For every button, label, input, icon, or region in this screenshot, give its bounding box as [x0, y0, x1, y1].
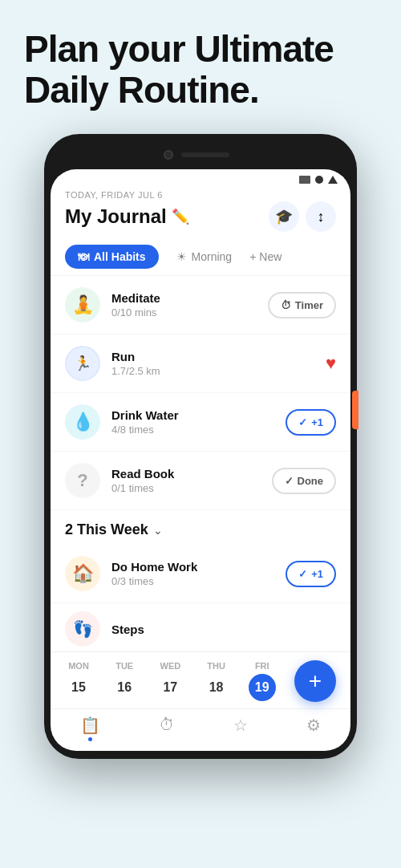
water-icon: 💧: [65, 404, 100, 440]
all-habits-icon: 🍽: [78, 250, 89, 263]
graduation-icon-btn[interactable]: 🎓: [269, 201, 299, 232]
side-accent: [352, 391, 358, 429]
check-icon: ✓: [298, 568, 307, 580]
timer-nav-icon: ⏱: [159, 716, 175, 734]
homework-info: Do Home Work 0/3 times: [111, 560, 274, 587]
water-action[interactable]: ✓ +1: [286, 409, 336, 436]
nav-home[interactable]: 📋: [80, 716, 100, 741]
cal-day-wed[interactable]: WED 17: [156, 661, 184, 701]
check-icon: ✓: [298, 416, 307, 428]
calendar-days: MON 15 TUE 16 WED 17 THU 18: [65, 660, 336, 702]
status-bar: [51, 169, 350, 187]
book-info: Read Book 0/1 times: [111, 467, 261, 494]
homework-icon: 🏠: [65, 556, 100, 591]
meditate-info: Meditate 0/10 mins: [111, 291, 257, 318]
heart-icon: ♥: [326, 353, 336, 373]
nav-star[interactable]: ☆: [233, 716, 248, 741]
tab-all-habits[interactable]: 🍽 All Habits: [65, 245, 159, 269]
settings-nav-icon: ⚙: [306, 716, 321, 735]
hero-section: Plan your Ultimate Daily Routine.: [0, 0, 401, 126]
home-nav-icon: 📋: [80, 716, 100, 735]
timer-button[interactable]: ⏱ Timer: [268, 292, 336, 318]
timer-icon: ⏱: [281, 299, 291, 311]
meditate-icon: 🧘: [65, 287, 100, 322]
active-dot: [88, 737, 92, 741]
homework-action[interactable]: ✓ +1: [286, 561, 336, 587]
battery-icon: [299, 176, 310, 184]
phone-outer: TODAY, FRIDAY JUL 6 My Journal ✏️ 🎓 ↕ 🍽: [44, 134, 357, 759]
steps-icon: 👣: [65, 611, 100, 647]
cal-day-mon[interactable]: MON 15: [65, 661, 92, 701]
plus-icon: +: [249, 250, 256, 263]
speaker-bar: [181, 152, 229, 157]
bottom-calendar: MON 15 TUE 16 WED 17 THU 18: [51, 651, 350, 708]
sort-icon-btn[interactable]: ↕: [306, 201, 336, 232]
chevron-down-icon: ⌄: [153, 524, 163, 537]
section-header[interactable]: 2 This Week ⌄: [51, 510, 350, 545]
check-icon: ✓: [285, 475, 294, 487]
habit-list: 🧘 Meditate 0/10 mins ⏱ Timer 🏃: [51, 276, 350, 510]
nav-settings[interactable]: ⚙: [306, 716, 321, 741]
meditate-action[interactable]: ⏱ Timer: [268, 292, 336, 318]
wifi-icon: [328, 176, 338, 184]
run-action[interactable]: ♥: [326, 353, 336, 374]
steps-item: 👣 Steps: [51, 603, 350, 651]
tab-new[interactable]: + New: [249, 250, 282, 263]
habit-item: 🧘 Meditate 0/10 mins ⏱ Timer: [51, 276, 350, 335]
water-info: Drink Water 4/8 times: [111, 408, 274, 436]
run-info: Run 1.7/2.5 km: [111, 350, 314, 377]
plus-one-button[interactable]: ✓ +1: [286, 409, 336, 436]
morning-icon: ☀: [176, 250, 187, 263]
header-icons: 🎓 ↕: [269, 201, 336, 232]
journal-title: My Journal ✏️: [65, 205, 189, 228]
tab-morning[interactable]: ☀ Morning: [167, 245, 242, 269]
star-nav-icon: ☆: [233, 716, 248, 735]
phone-notch: [51, 145, 350, 164]
cal-day-fri[interactable]: FRI 19: [249, 661, 276, 701]
book-icon: ?: [65, 463, 100, 498]
done-button[interactable]: ✓ Done: [272, 468, 337, 494]
book-action[interactable]: ✓ Done: [272, 468, 337, 494]
fab-add-button[interactable]: +: [294, 660, 336, 702]
run-icon: 🏃: [65, 346, 100, 381]
hero-title: Plan your Ultimate Daily Routine.: [24, 29, 377, 110]
signal-icon: [315, 176, 323, 184]
date-label: TODAY, FRIDAY JUL 6: [65, 190, 336, 200]
tab-bar: 🍽 All Habits ☀ Morning + New: [51, 238, 350, 276]
cal-day-tue[interactable]: TUE 16: [111, 661, 138, 701]
bottom-nav: 📋 ⏱ ☆ ⚙: [51, 708, 350, 751]
habit-item: ? Read Book 0/1 times ✓ Done: [51, 452, 350, 510]
phone-wrapper: TODAY, FRIDAY JUL 6 My Journal ✏️ 🎓 ↕ 🍽: [0, 134, 401, 759]
edit-icon[interactable]: ✏️: [172, 208, 189, 225]
steps-info: Steps: [111, 623, 336, 636]
app-header: TODAY, FRIDAY JUL 6 My Journal ✏️ 🎓 ↕: [51, 187, 350, 238]
journal-title-row: My Journal ✏️ 🎓 ↕: [65, 201, 336, 232]
cal-day-thu[interactable]: THU 18: [203, 661, 230, 701]
habit-item: 🏃 Run 1.7/2.5 km ♥: [51, 335, 350, 393]
weekly-habit-list: 🏠 Do Home Work 0/3 times ✓ +1 👣: [51, 545, 350, 651]
camera-dot: [164, 150, 173, 160]
habit-item: 💧 Drink Water 4/8 times ✓ +1: [51, 393, 350, 452]
habit-item: 🏠 Do Home Work 0/3 times ✓ +1: [51, 545, 350, 603]
plus-one-button-2[interactable]: ✓ +1: [286, 561, 336, 587]
phone-screen: TODAY, FRIDAY JUL 6 My Journal ✏️ 🎓 ↕ 🍽: [51, 169, 350, 751]
nav-timer[interactable]: ⏱: [159, 716, 175, 741]
